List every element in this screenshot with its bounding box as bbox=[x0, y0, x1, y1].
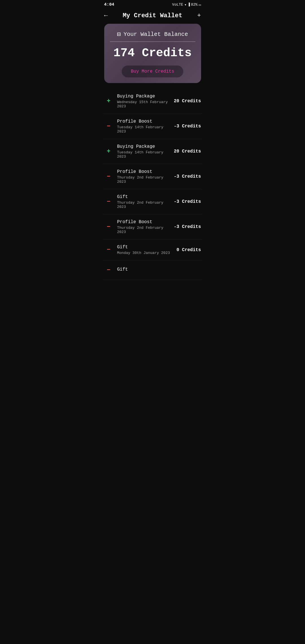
transaction-item: −Profile BoostThursday 2nd February 2023… bbox=[103, 164, 202, 189]
transaction-details: Buying PackageWednesday 15th February 20… bbox=[117, 94, 172, 108]
transaction-date: Tuesday 14th February 2023 bbox=[117, 150, 172, 159]
wallet-header: ⊟ Your Wallet Balance bbox=[110, 31, 195, 38]
transaction-details: GiftThursday 2nd February 2023 bbox=[117, 194, 172, 209]
wallet-divider bbox=[110, 42, 195, 42]
back-button[interactable]: ← bbox=[104, 12, 108, 19]
transaction-date: Wednesday 15th February 2023 bbox=[117, 100, 172, 108]
header: ← My Credit Wallet + bbox=[100, 9, 206, 24]
status-icons: VoLTE ▾ ▐ 82% ▭ bbox=[172, 3, 201, 7]
transaction-title: Gift bbox=[117, 267, 199, 272]
transaction-date: Thursday 2nd February 2023 bbox=[117, 226, 172, 234]
transaction-list: +Buying PackageWednesday 15th February 2… bbox=[100, 89, 206, 280]
transaction-title: Gift bbox=[117, 245, 175, 250]
battery-text: 82% bbox=[191, 3, 197, 7]
transaction-details: Profile BoostThursday 2nd February 2023 bbox=[117, 219, 172, 234]
transaction-details: Profile BoostThursday 2nd February 2023 bbox=[117, 169, 172, 184]
transaction-amount: 20 Credits bbox=[174, 99, 201, 104]
transaction-amount: -3 Credits bbox=[174, 174, 201, 179]
minus-icon: − bbox=[104, 245, 113, 254]
wallet-icon: ⊟ bbox=[117, 31, 121, 38]
wallet-balance: 174 Credits bbox=[110, 46, 195, 60]
add-button[interactable]: + bbox=[197, 12, 201, 19]
transaction-title: Profile Boost bbox=[117, 119, 172, 124]
signal-icon: ▐ bbox=[188, 3, 190, 7]
transaction-item: −GiftThursday 2nd February 2023-3 Credit… bbox=[103, 189, 202, 214]
transaction-item: −Profile BoostTuesday 14th February 2023… bbox=[103, 114, 202, 139]
wifi-icon: ▾ bbox=[184, 3, 187, 7]
minus-icon: − bbox=[104, 197, 113, 206]
transaction-details: Profile BoostTuesday 14th February 2023 bbox=[117, 119, 172, 134]
transaction-amount: -3 Credits bbox=[174, 224, 201, 229]
battery-icon: ▭ bbox=[199, 3, 201, 7]
plus-icon: + bbox=[104, 97, 113, 106]
transaction-date: Monday 30th January 2023 bbox=[117, 251, 175, 255]
minus-icon: − bbox=[104, 222, 113, 231]
transaction-details: Gift bbox=[117, 267, 199, 273]
plus-icon: + bbox=[104, 147, 113, 156]
transaction-amount: -3 Credits bbox=[174, 199, 201, 204]
transaction-date: Tuesday 14th February 2023 bbox=[117, 125, 172, 134]
transaction-title: Profile Boost bbox=[117, 219, 172, 225]
transaction-item: +Buying PackageTuesday 14th February 202… bbox=[103, 139, 202, 164]
transaction-title: Buying Package bbox=[117, 144, 172, 149]
transaction-title: Gift bbox=[117, 194, 172, 199]
transaction-item: −Profile BoostThursday 2nd February 2023… bbox=[103, 214, 202, 240]
transaction-title: Profile Boost bbox=[117, 169, 172, 174]
transaction-amount: 0 Credits bbox=[177, 247, 201, 253]
page-title: My Credit Wallet bbox=[123, 12, 182, 19]
minus-icon: − bbox=[104, 266, 113, 275]
transaction-item: −GiftMonday 30th January 20230 Credits bbox=[103, 240, 202, 260]
wallet-label: Your Wallet Balance bbox=[124, 31, 188, 38]
transaction-item: −Gift bbox=[103, 260, 202, 280]
buy-more-button[interactable]: Buy More Credits bbox=[122, 66, 183, 77]
transaction-amount: -3 Credits bbox=[174, 124, 201, 129]
transaction-amount: 20 Credits bbox=[174, 149, 201, 154]
status-time: 4:04 bbox=[104, 2, 114, 7]
minus-icon: − bbox=[104, 122, 113, 131]
volte-icon: VoLTE bbox=[172, 3, 183, 7]
wallet-card: ⊟ Your Wallet Balance 174 Credits Buy Mo… bbox=[104, 24, 201, 83]
status-bar: 4:04 VoLTE ▾ ▐ 82% ▭ bbox=[100, 0, 206, 9]
transaction-item: +Buying PackageWednesday 15th February 2… bbox=[103, 89, 202, 114]
transaction-title: Buying Package bbox=[117, 94, 172, 99]
minus-icon: − bbox=[104, 172, 113, 181]
transaction-details: GiftMonday 30th January 2023 bbox=[117, 245, 175, 255]
transaction-details: Buying PackageTuesday 14th February 2023 bbox=[117, 144, 172, 159]
transaction-date: Thursday 2nd February 2023 bbox=[117, 201, 172, 209]
transaction-date: Thursday 2nd February 2023 bbox=[117, 175, 172, 184]
